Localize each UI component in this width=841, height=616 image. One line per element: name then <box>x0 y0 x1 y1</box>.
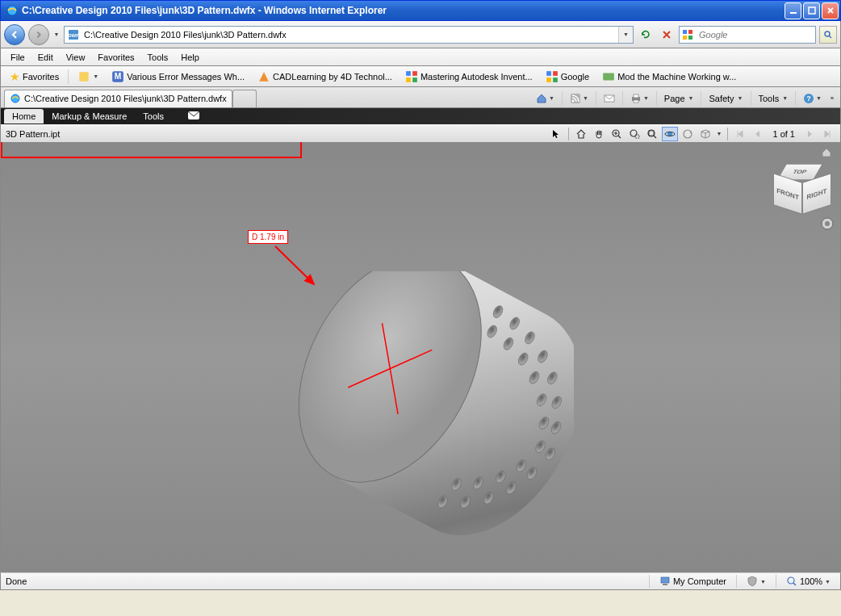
svg-rect-2 <box>809 7 815 14</box>
rss-icon <box>570 93 581 104</box>
address-dropdown[interactable]: ▼ <box>618 27 633 43</box>
nav-history-dropdown[interactable]: ▼ <box>52 24 61 45</box>
chevron-down-icon[interactable]: ▼ <box>715 131 724 136</box>
prev-page-button[interactable] <box>750 127 766 141</box>
viewcube-wrapper: TOP FRONT RIGHT <box>768 147 832 216</box>
address-input[interactable] <box>82 27 618 43</box>
search-go-button[interactable] <box>819 26 837 44</box>
menu-favorites[interactable]: Favorites <box>91 50 140 65</box>
svg-rect-18 <box>553 71 558 76</box>
svg-rect-13 <box>406 71 411 76</box>
svg-rect-5 <box>683 30 687 34</box>
status-text: Done <box>6 576 649 586</box>
svg-rect-15 <box>406 78 411 82</box>
menu-file[interactable]: File <box>4 50 31 65</box>
fav-link-4[interactable]: Mod the Machine Working w... <box>596 67 742 86</box>
fav-link-3[interactable]: Google <box>540 67 595 86</box>
svg-rect-72 <box>661 577 669 583</box>
orbit-tool[interactable] <box>662 127 678 141</box>
separator <box>727 128 728 140</box>
protected-mode[interactable]: ▼ <box>742 576 771 587</box>
browser-tab[interactable]: C:\Creative Design 2010 Files\junk\3D Pa… <box>4 90 232 107</box>
search-bar <box>679 26 816 44</box>
computer-icon <box>659 576 671 587</box>
back-button[interactable] <box>4 24 25 45</box>
fav-link-2[interactable]: Mastering Autodesk Invent... <box>400 67 538 86</box>
safety-menu[interactable]: Safety ▼ <box>705 91 747 106</box>
separator <box>596 91 596 106</box>
viewer-mail-button[interactable] <box>180 109 207 124</box>
new-tab-button[interactable] <box>232 90 257 107</box>
menu-tools[interactable]: Tools <box>141 50 175 65</box>
menu-bar: File Edit View Favorites Tools Help <box>0 48 841 66</box>
chevron-down-icon: ▼ <box>780 95 788 101</box>
fav-link-label: Google <box>561 72 589 82</box>
close-button[interactable] <box>822 2 839 19</box>
next-page-button[interactable] <box>801 127 818 141</box>
help-menu[interactable]: ?▼ <box>799 90 826 107</box>
first-page-button[interactable] <box>732 127 748 141</box>
fav-link-1[interactable]: CADLearning by 4D Technol... <box>252 67 398 86</box>
mail-icon <box>604 93 615 104</box>
tools-menu[interactable]: Tools ▼ <box>755 91 793 106</box>
chevron-down-icon: ▼ <box>643 95 649 101</box>
svg-rect-21 <box>603 73 614 80</box>
refresh-button[interactable] <box>637 26 655 44</box>
home-icon <box>536 93 547 104</box>
viewer-canvas[interactable]: TOP FRONT RIGHT D 1.79 in <box>1 142 840 572</box>
menu-edit[interactable]: Edit <box>31 50 60 65</box>
separator <box>649 575 650 588</box>
tab-bar: C:\Creative Design 2010 Files\junk\3D Pa… <box>0 87 841 108</box>
last-page-button[interactable] <box>819 127 835 141</box>
print-button[interactable]: ▼ <box>626 90 653 107</box>
read-mail-button[interactable] <box>600 90 619 107</box>
suggested-sites-button[interactable]: ▼ <box>72 67 104 86</box>
minimize-button[interactable] <box>785 2 801 19</box>
favorites-button[interactable]: ★ Favorites <box>4 67 65 86</box>
search-input[interactable] <box>696 30 815 40</box>
steering-wheel-button[interactable] <box>820 216 835 231</box>
zoom-control[interactable]: 100% ▼ <box>781 576 835 587</box>
forward-button[interactable] <box>28 24 49 45</box>
turntable-tool[interactable] <box>680 127 696 141</box>
svg-point-9 <box>825 31 830 36</box>
viewer-tab-markup[interactable]: Markup & Measure <box>44 109 135 124</box>
zoom-fit-tool[interactable] <box>644 127 660 141</box>
feeds-button[interactable]: ▼ <box>566 90 592 107</box>
svg-text:DWF: DWF <box>68 33 79 38</box>
zoom-rect-tool[interactable] <box>626 127 642 141</box>
viewer-toolbar: 3D Pattern.ipt ▼ 1 of 1 <box>1 124 840 142</box>
page-menu[interactable]: Page ▼ <box>660 91 698 106</box>
home-view-tool[interactable] <box>573 127 589 141</box>
viewcube-home-icon[interactable] <box>821 147 832 158</box>
security-zone[interactable]: My Computer <box>655 576 731 587</box>
select-tool[interactable] <box>548 127 564 141</box>
separator <box>622 91 623 106</box>
zoom-in-tool[interactable] <box>609 127 625 141</box>
maximize-button[interactable] <box>803 2 820 19</box>
svg-rect-27 <box>634 94 638 98</box>
svg-text:M: M <box>115 72 122 81</box>
zone-label: My Computer <box>673 576 726 586</box>
svg-rect-17 <box>546 71 551 76</box>
viewcube[interactable]: TOP FRONT RIGHT <box>772 160 828 216</box>
home-button[interactable]: ▼ <box>532 90 559 107</box>
viewer-tab-home[interactable]: Home <box>4 109 44 124</box>
menu-help[interactable]: Help <box>174 50 206 65</box>
chevron-down-icon: ▼ <box>760 579 766 585</box>
window-title: C:\Creative Design 2010 Files\junk\3D Pa… <box>22 5 785 16</box>
chevron-down-icon: ▼ <box>583 95 588 101</box>
section-tool[interactable] <box>697 127 713 141</box>
google-icon <box>546 70 559 83</box>
svg-rect-73 <box>663 584 667 585</box>
fav-link-0[interactable]: M Various Error Messages Wh... <box>106 67 250 86</box>
separator <box>68 69 69 84</box>
command-bar: ▼ ▼ ▼ Page ▼ Safety ▼ Tools ▼ ?▼ » <box>532 90 837 107</box>
viewer-tab-tools[interactable]: Tools <box>135 109 172 124</box>
pan-tool[interactable] <box>591 127 607 141</box>
stop-button[interactable] <box>658 26 676 44</box>
chevron-down-icon: ▼ <box>825 579 831 585</box>
toolbar-overflow[interactable]: » <box>827 94 837 102</box>
3d-model[interactable] <box>283 271 574 562</box>
menu-view[interactable]: View <box>60 50 92 65</box>
